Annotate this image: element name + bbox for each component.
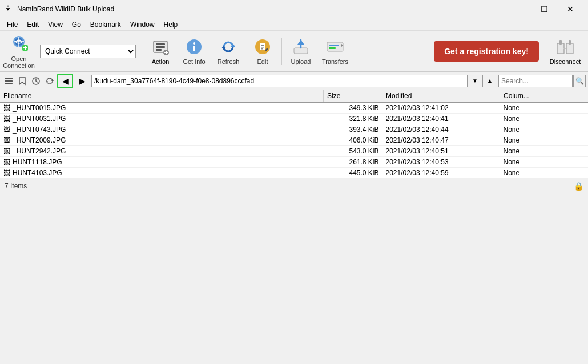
file-name-cell: 🖼_HUNT2942.JPG <box>0 146 324 157</box>
file-name-cell: 🖼HUNT1118.JPG <box>0 157 324 168</box>
svg-rect-29 <box>329 47 336 49</box>
toolbar-separator-2 <box>281 38 282 65</box>
svg-rect-23 <box>261 48 263 50</box>
file-modified-cell: 2021/02/03 12:40:41 <box>382 114 500 124</box>
file-icon: 🖼 <box>3 147 10 155</box>
lock-icon: 🔒 <box>574 181 583 191</box>
file-columns-cell: None <box>500 124 589 135</box>
search-input[interactable] <box>498 75 573 87</box>
table-row[interactable]: 🖼_HUNT0743.JPG393.4 KiB2021/02/03 12:40:… <box>0 124 588 135</box>
items-count: 7 Items <box>5 182 27 190</box>
upload-icon <box>292 38 310 57</box>
file-name-cell: 🖼_HUNT0015.JPG <box>0 102 324 114</box>
get-info-button[interactable]: Get Info <box>178 33 211 70</box>
svg-rect-37 <box>5 80 13 82</box>
col-header-columns[interactable]: Colum... <box>500 90 589 102</box>
file-columns-cell: None <box>500 102 589 114</box>
svg-rect-21 <box>261 45 264 46</box>
file-columns-cell: None <box>500 168 589 179</box>
svg-rect-8 <box>156 43 165 45</box>
col-header-filename[interactable]: Filename <box>0 90 324 102</box>
file-columns-cell: None <box>500 114 589 124</box>
action-icon <box>151 38 170 57</box>
file-size-cell: 349.3 KiB <box>324 102 382 114</box>
upload-button[interactable]: Upload <box>284 33 317 70</box>
path-dropdown-button[interactable]: ▼ <box>469 75 481 87</box>
svg-rect-16 <box>193 46 195 51</box>
edit-icon <box>253 38 272 57</box>
svg-rect-9 <box>156 46 165 48</box>
menu-view[interactable]: View <box>43 19 67 30</box>
table-row[interactable]: 🖼_HUNT2009.JPG406.0 KiB2021/02/03 12:40:… <box>0 135 588 146</box>
col-header-modified[interactable]: Modified <box>382 90 500 102</box>
table-row[interactable]: 🖼HUNT4103.JPG445.0 KiB2021/02/03 12:40:5… <box>0 168 588 179</box>
table-row[interactable]: 🖼HUNT1118.JPG261.8 KiB2021/02/03 12:40:5… <box>0 157 588 168</box>
menu-window[interactable]: Window <box>126 19 159 30</box>
disconnect-label: Disconnect <box>550 58 581 65</box>
refresh-button[interactable]: Refresh <box>212 33 245 70</box>
back-button[interactable]: ◀ <box>57 74 73 88</box>
file-columns-cell: None <box>500 157 589 168</box>
svg-rect-36 <box>5 78 13 79</box>
search-button[interactable]: 🔍 <box>573 75 586 87</box>
file-columns-cell: None <box>500 135 589 146</box>
svg-point-15 <box>193 42 195 45</box>
app-icon: 🗄 <box>5 5 14 14</box>
quick-connect-group: Quick Connect <box>40 45 136 58</box>
file-icon: 🖼 <box>3 136 10 144</box>
menu-bookmark[interactable]: Bookmark <box>86 19 126 30</box>
window-title: NamibRand WildID Bulk Upload <box>17 5 505 13</box>
svg-rect-28 <box>329 45 339 46</box>
forward-button[interactable]: ▶ <box>74 74 90 88</box>
svg-rect-34 <box>569 40 571 45</box>
refresh-label: Refresh <box>218 58 240 65</box>
edit-label: Edit <box>257 58 268 65</box>
file-list-container: Filename Size Modified Colum... 🖼_HUNT00… <box>0 90 588 179</box>
col-header-size[interactable]: Size <box>324 90 382 102</box>
disconnect-button[interactable]: Disconnect <box>545 33 586 70</box>
menu-file[interactable]: File <box>2 19 22 30</box>
file-modified-cell: 2021/02/03 12:41:02 <box>382 102 500 114</box>
window-controls: — ☐ ✕ <box>505 0 583 18</box>
history-button[interactable] <box>30 75 42 87</box>
transfers-button[interactable]: Transfers <box>319 33 352 70</box>
path-bar: ◀ ▶ ▼ ▲ 🔍 <box>0 72 588 90</box>
maximize-button[interactable]: ☐ <box>531 0 557 18</box>
status-bar: 7 Items 🔒 <box>0 179 588 192</box>
menu-edit[interactable]: Edit <box>22 19 43 30</box>
table-header-row: Filename Size Modified Colum... <box>0 90 588 102</box>
svg-rect-33 <box>559 40 562 45</box>
transfers-label: Transfers <box>322 58 348 65</box>
path-input[interactable] <box>91 75 468 87</box>
svg-rect-32 <box>566 43 573 54</box>
menu-bar: File Edit View Go Bookmark Window Help <box>0 18 588 31</box>
table-row[interactable]: 🖼_HUNT0031.JPG321.8 KiB2021/02/03 12:40:… <box>0 114 588 124</box>
refresh-icon <box>219 38 237 57</box>
sync-button[interactable] <box>43 75 56 87</box>
path-up-button[interactable]: ▲ <box>482 75 497 87</box>
close-button[interactable]: ✕ <box>557 0 583 18</box>
view-list-button[interactable] <box>2 75 15 87</box>
file-icon: 🖼 <box>3 104 10 112</box>
svg-marker-26 <box>297 40 304 45</box>
table-row[interactable]: 🖼_HUNT0015.JPG349.3 KiB2021/02/03 12:41:… <box>0 102 588 114</box>
minimize-button[interactable]: — <box>505 0 531 18</box>
menu-help[interactable]: Help <box>159 19 183 30</box>
file-size-cell: 393.4 KiB <box>324 124 382 135</box>
edit-button[interactable]: Edit <box>246 33 279 70</box>
bookmark-button[interactable] <box>16 75 29 87</box>
table-row[interactable]: 🖼_HUNT2942.JPG543.0 KiB2021/02/03 12:40:… <box>0 146 588 157</box>
toolbar: Open Connection Quick Connect Action <box>0 31 588 72</box>
file-modified-cell: 2021/02/03 12:40:51 <box>382 146 500 157</box>
status-icons: 🔒 <box>574 181 583 191</box>
action-label: Action <box>152 58 170 65</box>
open-connection-button[interactable]: Open Connection <box>2 33 35 70</box>
registration-button[interactable]: Get a registration key! <box>434 41 539 62</box>
svg-rect-38 <box>5 83 13 84</box>
menu-go[interactable]: Go <box>67 19 86 30</box>
quick-connect-select[interactable]: Quick Connect <box>40 45 136 58</box>
open-connection-label: Open Connection <box>2 55 35 69</box>
file-size-cell: 543.0 KiB <box>324 146 382 157</box>
svg-rect-25 <box>294 48 308 54</box>
action-button[interactable]: Action <box>144 33 176 70</box>
